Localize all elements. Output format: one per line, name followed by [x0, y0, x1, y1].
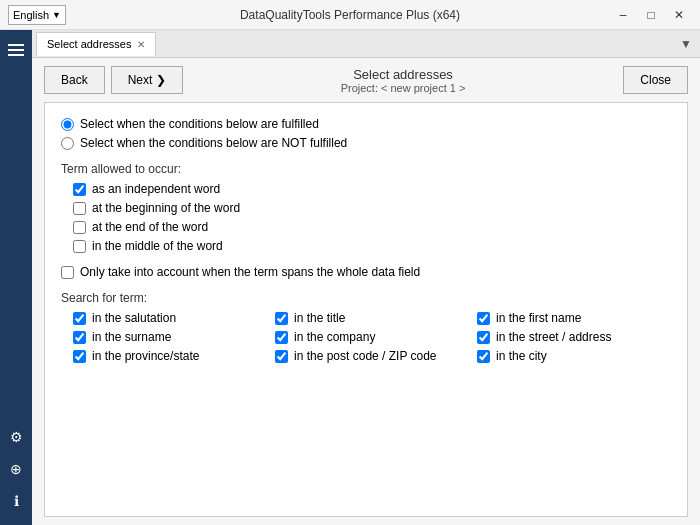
checkbox-salutation: in the salutation [73, 311, 267, 325]
back-button[interactable]: Back [44, 66, 105, 94]
title-bar: English ▼ DataQualityTools Performance P… [0, 0, 700, 30]
cb-province-input[interactable] [73, 350, 86, 363]
close-window-button[interactable]: ✕ [666, 5, 692, 25]
tab-close-button[interactable]: ✕ [137, 39, 145, 50]
wizard-title-text: Select addresses [183, 67, 624, 82]
condition-radio-fulfilled: Select when the conditions below are ful… [61, 117, 671, 131]
radio-fulfilled-label[interactable]: Select when the conditions below are ful… [80, 117, 319, 131]
checkbox-postcode: in the post code / ZIP code [275, 349, 469, 363]
cb-company-label[interactable]: in the company [294, 330, 375, 344]
checkbox-street: in the street / address [477, 330, 671, 344]
checkbox-firstname: in the first name [477, 311, 671, 325]
cb-postcode-label[interactable]: in the post code / ZIP code [294, 349, 437, 363]
wizard-title-block: Select addresses Project: < new project … [183, 67, 624, 94]
cb-independent-label[interactable]: as an independent word [92, 182, 220, 196]
search-section-label: Search for term: [61, 291, 671, 305]
checkbox-province: in the province/state [73, 349, 267, 363]
gear-icon[interactable]: ⚙ [2, 423, 30, 451]
dropdown-arrow: ▼ [52, 10, 61, 20]
condition-radio-group: Select when the conditions below are ful… [61, 117, 671, 150]
checkbox-middle: in the middle of the word [73, 239, 671, 253]
checkbox-independent: as an independent word [73, 182, 671, 196]
cb-middle-input[interactable] [73, 240, 86, 253]
wizard-area: Back Next ❯ Select addresses Project: < … [32, 58, 700, 525]
wizard-project-text: Project: < new project 1 > [183, 82, 624, 94]
app-title: DataQualityTools Performance Plus (x64) [240, 8, 460, 22]
language-label: English [13, 9, 49, 21]
cb-whole-input[interactable] [61, 266, 74, 279]
language-selector[interactable]: English ▼ [8, 5, 66, 25]
restore-button[interactable]: □ [638, 5, 664, 25]
checkbox-beginning: at the beginning of the word [73, 201, 671, 215]
cb-salutation-input[interactable] [73, 312, 86, 325]
search-checkbox-grid: in the salutation in the title in the fi… [61, 311, 671, 363]
cb-surname-input[interactable] [73, 331, 86, 344]
cb-end-label[interactable]: at the end of the word [92, 220, 208, 234]
title-bar-left: English ▼ [8, 5, 66, 25]
cb-beginning-input[interactable] [73, 202, 86, 215]
title-bar-controls: – □ ✕ [610, 5, 692, 25]
checkbox-city: in the city [477, 349, 671, 363]
condition-radio-not-fulfilled: Select when the conditions below are NOT… [61, 136, 671, 150]
cb-surname-label[interactable]: in the surname [92, 330, 171, 344]
wizard-nav-buttons: Back Next ❯ [44, 66, 183, 94]
cb-whole-label[interactable]: Only take into account when the term spa… [80, 265, 420, 279]
checkbox-surname: in the surname [73, 330, 267, 344]
checkbox-end: at the end of the word [73, 220, 671, 234]
cb-independent-input[interactable] [73, 183, 86, 196]
select-addresses-tab[interactable]: Select addresses ✕ [36, 32, 156, 56]
content-area: Select addresses ✕ ▼ Back Next ❯ Select … [32, 30, 700, 525]
cb-street-label[interactable]: in the street / address [496, 330, 611, 344]
cb-middle-label[interactable]: in the middle of the word [92, 239, 223, 253]
checkbox-title: in the title [275, 311, 469, 325]
checkbox-whole-field: Only take into account when the term spa… [61, 265, 671, 279]
term-checkbox-group: as an independent word at the beginning … [61, 182, 671, 253]
wizard-header: Back Next ❯ Select addresses Project: < … [44, 66, 688, 94]
minimize-button[interactable]: – [610, 5, 636, 25]
tab-label: Select addresses [47, 38, 131, 50]
wizard-close-button[interactable]: Close [623, 66, 688, 94]
cb-company-input[interactable] [275, 331, 288, 344]
cb-street-input[interactable] [477, 331, 490, 344]
cb-postcode-input[interactable] [275, 350, 288, 363]
cb-firstname-label[interactable]: in the first name [496, 311, 581, 325]
main-layout: ⚙ ⊕ ℹ Select addresses ✕ ▼ Back Next ❯ S… [0, 30, 700, 525]
main-panel: Select when the conditions below are ful… [44, 102, 688, 517]
cb-salutation-label[interactable]: in the salutation [92, 311, 176, 325]
radio-fulfilled[interactable] [61, 118, 74, 131]
info-icon[interactable]: ℹ [2, 487, 30, 515]
cb-firstname-input[interactable] [477, 312, 490, 325]
cb-province-label[interactable]: in the province/state [92, 349, 199, 363]
cb-title-input[interactable] [275, 312, 288, 325]
next-button[interactable]: Next ❯ [111, 66, 183, 94]
target-icon[interactable]: ⊕ [2, 455, 30, 483]
radio-not-fulfilled-label[interactable]: Select when the conditions below are NOT… [80, 136, 347, 150]
cb-city-input[interactable] [477, 350, 490, 363]
sidebar: ⚙ ⊕ ℹ [0, 30, 32, 525]
cb-beginning-label[interactable]: at the beginning of the word [92, 201, 240, 215]
cb-city-label[interactable]: in the city [496, 349, 547, 363]
term-section-label: Term allowed to occur: [61, 162, 671, 176]
tab-scroll-button[interactable]: ▼ [676, 37, 696, 51]
radio-not-fulfilled[interactable] [61, 137, 74, 150]
cb-end-input[interactable] [73, 221, 86, 234]
checkbox-company: in the company [275, 330, 469, 344]
sidebar-menu-button[interactable] [2, 38, 30, 62]
cb-title-label[interactable]: in the title [294, 311, 345, 325]
tab-bar: Select addresses ✕ ▼ [32, 30, 700, 58]
